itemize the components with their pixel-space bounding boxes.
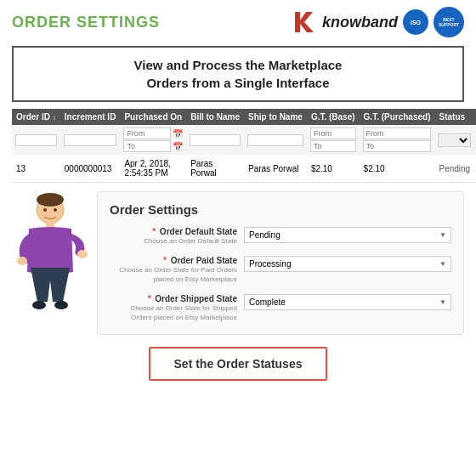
select-wrapper-2: Pending Processing Complete Cancelled xyxy=(244,256,451,272)
filter-ship-input[interactable] xyxy=(247,134,303,146)
label-text-2: Order Paid State xyxy=(171,256,237,265)
sublabel-2: Choose an Order State for Paid Orders pl… xyxy=(110,266,237,284)
svg-point-4 xyxy=(17,257,27,265)
filter-row: 📅 📅 xyxy=(12,125,476,155)
setting-label-group-3: * Order Shipped State Choose an Order St… xyxy=(110,294,237,322)
filter-bill-input[interactable] xyxy=(190,134,241,146)
filter-gt-base-to[interactable] xyxy=(310,140,356,152)
filter-gt-purch-to[interactable] xyxy=(363,140,432,152)
cell-status: Pending xyxy=(434,155,474,183)
filter-status-select[interactable]: Pending Processing Complete xyxy=(438,133,471,147)
header: ORDER SETTINGS knowband ISO BESTSUPPORT xyxy=(0,0,476,42)
svg-point-2 xyxy=(37,193,64,207)
label-text-3: Order Shipped State xyxy=(155,294,237,303)
col-purchased-on: Purchased On xyxy=(120,109,186,125)
set-order-statuses-button[interactable]: Set the Order Statuses xyxy=(149,347,328,381)
required-star-1: * xyxy=(152,227,156,236)
cell-order-id: 13 xyxy=(12,155,60,183)
svg-point-9 xyxy=(54,208,57,212)
setting-row-default-state: * Order Default State Choose an Order De… xyxy=(110,227,451,246)
col-gt-base: G.T. (Base) xyxy=(307,109,360,125)
filter-gt-purchased xyxy=(360,125,435,155)
character-illustration xyxy=(12,191,88,327)
svg-point-7 xyxy=(54,301,68,309)
svg-point-6 xyxy=(32,301,46,309)
person-icon xyxy=(12,191,88,327)
required-star-3: * xyxy=(148,294,151,303)
filter-ship-to-name xyxy=(244,125,307,155)
filter-increment-id-input[interactable] xyxy=(64,134,117,146)
filter-gt-base-from[interactable] xyxy=(310,128,356,139)
order-settings-title: Order Settings xyxy=(110,202,451,217)
k-logo-icon xyxy=(292,10,322,34)
best-support-badge: BESTSUPPORT xyxy=(434,7,464,37)
label-text-1: Order Default State xyxy=(160,227,237,236)
banner-text: View and Process the MarketplaceOrders f… xyxy=(27,56,449,92)
setting-label-paid: * Order Paid State xyxy=(110,256,237,265)
knowband-logo: knowband xyxy=(292,10,398,34)
filter-date-from[interactable] xyxy=(123,128,171,139)
setting-control-2: Pending Processing Complete Cancelled xyxy=(244,256,451,272)
col-gt-purchased: G.T. (Purchased) xyxy=(360,109,435,125)
setting-label-group-2: * Order Paid State Choose an Order State… xyxy=(110,256,237,284)
filter-status: Pending Processing Complete xyxy=(434,125,474,155)
cell-gt-purchased: $2.10 xyxy=(360,155,435,183)
cell-increment-id: 0000000013 xyxy=(60,155,121,183)
col-bill-to-name: Bill to Name xyxy=(186,109,244,125)
order-settings-box: Order Settings * Order Default State Cho… xyxy=(97,191,464,335)
page-title: ORDER SETTINGS xyxy=(12,14,160,31)
setting-label-default: * Order Default State xyxy=(110,227,237,236)
banner: View and Process the MarketplaceOrders f… xyxy=(12,46,464,102)
col-order-id: Order ID ↕ xyxy=(12,109,60,125)
setting-control-1: Pending Processing Complete Cancelled xyxy=(244,227,451,243)
cell-ship-to-name: Paras Porwal xyxy=(244,155,307,183)
calendar-to-icon[interactable]: 📅 xyxy=(173,142,183,151)
iso-badge: ISO xyxy=(403,9,428,35)
sublabel-3: Choose an Order State for Shipped Orders… xyxy=(110,304,237,322)
col-increment-id: Increment ID xyxy=(60,109,121,125)
order-paid-state-select[interactable]: Pending Processing Complete Cancelled xyxy=(244,256,451,272)
table-row: 13 0000000013 Apr 2, 2018,2:54:35 PM Par… xyxy=(12,155,476,183)
select-wrapper-1: Pending Processing Complete Cancelled xyxy=(244,227,451,243)
required-star-2: * xyxy=(163,256,167,265)
select-wrapper-3: Pending Processing Complete Cancelled xyxy=(244,294,451,310)
svg-point-5 xyxy=(77,250,88,258)
col-status: Status xyxy=(434,109,474,125)
knowband-text: knowband xyxy=(322,14,398,31)
orders-table-section: Order ID ↕ Increment ID Purchased On Bil… xyxy=(12,109,464,183)
sublabel-1: Choose an Order Default State xyxy=(110,237,237,246)
filter-order-id xyxy=(12,125,60,155)
setting-row-paid-state: * Order Paid State Choose an Order State… xyxy=(110,256,451,284)
filter-gt-purch-from[interactable] xyxy=(363,128,432,139)
order-default-state-select[interactable]: Pending Processing Complete Cancelled xyxy=(244,227,451,243)
filter-gt-base xyxy=(307,125,360,155)
filter-bill-to-name xyxy=(186,125,244,155)
filter-purchased-on: 📅 📅 xyxy=(120,125,186,155)
bottom-section: Order Settings * Order Default State Cho… xyxy=(12,191,464,335)
setting-row-shipped-state: * Order Shipped State Choose an Order St… xyxy=(110,294,451,322)
filter-date-to[interactable] xyxy=(123,140,171,152)
svg-point-8 xyxy=(43,208,47,212)
cell-purchased-on: Apr 2, 2018,2:54:35 PM xyxy=(120,155,186,183)
cta-section: Set the Order Statuses xyxy=(0,347,476,381)
cell-gt-base: $2.10 xyxy=(307,155,360,183)
filter-order-id-input[interactable] xyxy=(15,134,57,146)
cell-bill-to-name: Paras Porwal xyxy=(186,155,244,183)
header-logos: knowband ISO BESTSUPPORT xyxy=(292,7,464,37)
orders-table: Order ID ↕ Increment ID Purchased On Bil… xyxy=(12,109,476,183)
setting-label-group-1: * Order Default State Choose an Order De… xyxy=(110,227,237,246)
order-shipped-state-select[interactable]: Pending Processing Complete Cancelled xyxy=(244,294,451,310)
filter-increment-id xyxy=(60,125,121,155)
setting-control-3: Pending Processing Complete Cancelled xyxy=(244,294,451,310)
calendar-from-icon[interactable]: 📅 xyxy=(173,129,183,139)
setting-label-shipped: * Order Shipped State xyxy=(110,294,237,303)
col-ship-to-name: Ship to Name xyxy=(244,109,307,125)
